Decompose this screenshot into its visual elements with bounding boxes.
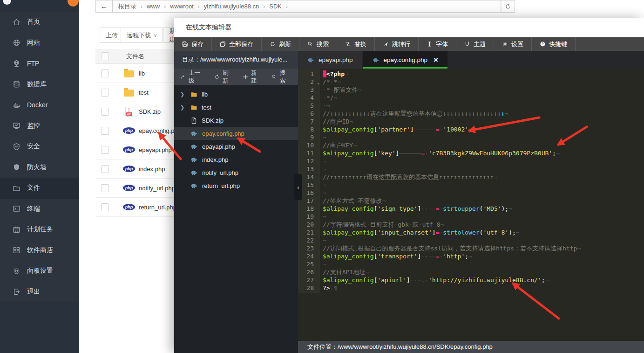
tool-label: 刷新 [223,69,233,85]
back-button[interactable]: ← [95,0,113,13]
code-line: ¬ [323,260,644,268]
row-checkbox[interactable] [101,69,109,77]
code-token: ¬ [323,237,326,244]
collapse-panel-button[interactable]: ‹ [294,174,302,200]
tree-item-epay.config.php[interactable]: epay.config.php [174,127,298,140]
php-icon: php [123,185,135,191]
tree-item-index.php[interactable]: index.php [174,153,298,166]
line-number: 24 [298,252,320,260]
code-token: 配置文件 [333,86,358,93]
row-checkbox[interactable] [101,127,109,135]
editor-tab-epay.config.php[interactable]: epay.config.php× [363,51,447,69]
tree-item-epayapi.php[interactable]: epayapi.php [174,140,298,153]
tree-item-label: index.php [202,156,228,163]
code-token: ¬ [556,150,560,157]
sidebar-item-退出[interactable]: 退出 [0,282,79,303]
close-icon[interactable]: × [434,56,438,64]
goto-line-button[interactable]: 跳转行 [375,37,419,51]
code-token: strtolower [443,229,479,236]
tree-item-return_url.php[interactable]: return_url.php [174,179,298,192]
code-line: $alipay_config['sign_type']····=·strtoup… [323,205,644,213]
row-checkbox[interactable] [101,108,109,116]
search-tree-button[interactable]: 搜索 [271,69,290,85]
tree-item-label: epay.config.php [202,130,244,137]
font-button[interactable]: 字体 [419,37,456,51]
refresh-tree-button[interactable]: 刷新 [214,69,233,85]
breadcrumb-item[interactable]: www [147,3,160,10]
tree-item-test[interactable]: ❯test [174,101,298,114]
sidebar-item-label: 网站 [27,39,40,47]
breadcrumb-separator-icon: › [286,3,288,10]
jump-icon [383,41,389,47]
editor-tab-epayapi.php[interactable]: epayapi.php [298,51,362,69]
save-all-button[interactable]: 全部保存 [212,37,262,51]
theme-button[interactable]: 主题 [456,37,494,51]
code-token: ; [552,150,556,157]
sidebar-item-label: 监控 [27,122,40,130]
search-button[interactable]: 搜索 [299,37,337,51]
line-number: 1 [298,70,320,78]
select-all-checkbox[interactable] [101,52,109,60]
row-checkbox[interactable] [101,146,109,154]
hotkeys-button[interactable]: ?快捷键 [532,37,576,51]
code-token: 'c7B3B3kgkZ9WwEbuHUK06p3079PzB0UB' [428,150,552,157]
row-checkbox[interactable] [101,184,109,192]
code-editor[interactable]: 12▾3456789101112131415161718192021222324… [298,69,644,341]
sidebar-item-label: 安全 [27,142,40,151]
code-token: ] [410,126,414,133]
code-token: $alipay_config [323,277,374,284]
tab-label: epay.config.php [384,56,427,63]
sidebar-item-文件[interactable]: 文件 [0,178,79,199]
sidebar-item-FTP[interactable]: FTP [0,53,79,74]
settings-button[interactable]: 设置 [494,37,532,51]
code-line: ·¬ [323,102,644,110]
breadcrumb-item[interactable]: yizhifu.wujiyule88.cn [204,3,259,10]
breadcrumb-item[interactable]: 根目录 [118,2,136,11]
refresh-button[interactable] [501,0,515,13]
code-line: //↓↓↓↓↓↓↓↓↓↓↓请在这里配置您的基本信息↓↓↓↓↓↓↓↓↓↓↓↓↓↓↓… [323,110,644,118]
sidebar-item-数据库[interactable]: 数据库 [0,74,79,95]
line-number: 2▾ [298,78,320,86]
new-file-button[interactable]: 新建 [243,69,261,85]
line-number: 20 [298,221,320,228]
theme-icon [464,41,470,47]
refresh-button[interactable]: 刷新 [262,37,299,51]
up-level-button[interactable]: 上一级 [180,69,204,85]
toolbar-label: 搜索 [317,40,329,48]
tree-item-lib[interactable]: ❯lib [174,88,298,101]
row-checkbox[interactable] [101,203,109,211]
code-token: $alipay_config [323,126,374,133]
file-name: return_url.php [139,204,176,211]
breadcrumb-item[interactable]: wwwroot [170,3,194,10]
row-checkbox[interactable] [101,165,109,173]
sidebar-item-网站[interactable]: 网站 [0,33,79,54]
sidebar-item-面板设置[interactable]: 面板设置 [0,261,79,282]
file-panel-toolbar: 上一级刷新新建搜索 [174,69,298,85]
code-token: · [409,221,413,228]
code-token: /* [323,78,330,85]
tree-item-SDK.zip[interactable]: SDK.zip [174,114,298,127]
save-button[interactable]: 保存 [174,37,212,51]
sidebar-item-终端[interactable]: 终端 [0,199,79,220]
replace-button[interactable]: 替换 [337,37,375,51]
sidebar-item-计划任务[interactable]: 计划任务 [0,219,79,240]
sidebar-item-软件商店[interactable]: 软件商店 [0,240,79,261]
php-icon [190,130,198,137]
sidebar-item-安全[interactable]: 安全 [0,136,79,157]
breadcrumb-item[interactable]: SDK [269,3,282,10]
notice-circle[interactable] [68,0,79,7]
row-checkbox[interactable] [101,89,109,97]
code-line: ¬ [323,165,644,173]
sidebar-item-防火墙[interactable]: 防火墙 [0,157,79,178]
breadcrumb-separator-icon: › [164,3,166,10]
sidebar-item-首页[interactable]: 首页 [0,12,79,33]
sidebar-item-Docker[interactable]: Docker [0,95,79,116]
php-icon [307,56,314,63]
chevron-right-icon: ❯ [180,104,186,111]
remote-download-button[interactable]: 远程下载 ∨ [121,28,163,43]
sidebar-item-监控[interactable]: 监控 [0,116,79,137]
code-token: ¬ [323,181,326,188]
line-number: 4 [298,94,320,102]
tree-item-notify_url.php[interactable]: notify_url.php [174,166,298,179]
file-name: lib [139,70,145,77]
